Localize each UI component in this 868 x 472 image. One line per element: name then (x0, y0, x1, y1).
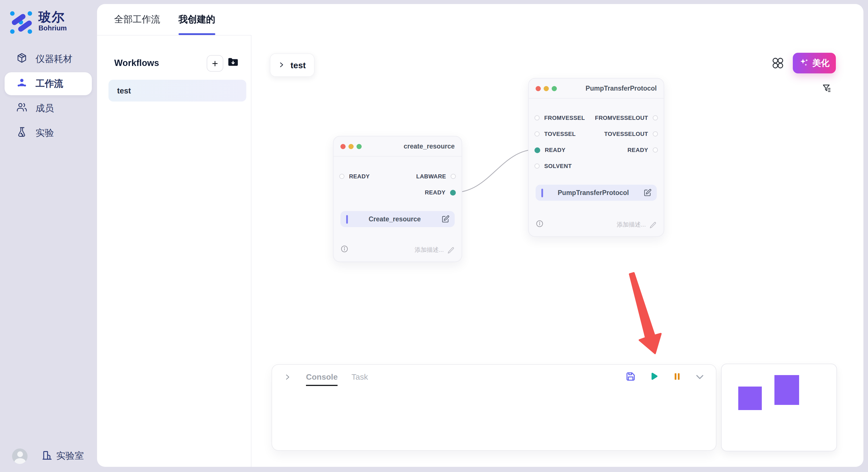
tab-0[interactable]: 全部工作流 (114, 4, 160, 35)
port-dot[interactable] (653, 115, 658, 121)
workspace-tabbar: 全部工作流我创建的 (97, 4, 863, 36)
filter-icon[interactable] (822, 83, 832, 96)
workflow-list-title: Workflows (114, 58, 159, 68)
user-avatar[interactable] (12, 448, 28, 464)
collapse-chevron-icon[interactable] (694, 371, 705, 382)
traffic-light-0 (340, 144, 346, 149)
traffic-light-0 (536, 86, 541, 91)
minimap-node-rect (738, 386, 762, 410)
workflow-icon (16, 77, 28, 91)
pencil-icon[interactable] (649, 221, 657, 229)
port-label: READY (627, 147, 648, 153)
sparkles-icon (799, 57, 809, 69)
brand-logo: 玻尔 Bohrium (8, 9, 67, 38)
node-footer: 添加描述... (340, 245, 455, 255)
port-row: READY (529, 146, 663, 154)
sidebar-item-label: 成员 (36, 102, 54, 114)
node-header: create_resource (334, 136, 462, 157)
port-row: LABWARE (334, 172, 462, 180)
sidebar-item-label: 实验 (36, 127, 54, 139)
port-dot[interactable] (534, 164, 539, 169)
breadcrumb-label: test (290, 60, 306, 70)
sidebar-item-2[interactable]: 成员 (5, 97, 92, 120)
members-icon (16, 102, 28, 115)
add-workflow-button[interactable]: + (207, 55, 223, 72)
flow-node-create_resource[interactable]: create_resourceREADYLABWAREREADYCreate_r… (333, 136, 462, 262)
import-folder-button[interactable] (225, 55, 241, 71)
traffic-light-2 (552, 86, 557, 91)
minimap[interactable] (721, 364, 837, 451)
run-icon[interactable] (649, 371, 660, 382)
traffic-light-2 (356, 144, 362, 149)
console-panel: Console Task (272, 364, 716, 451)
main-panel: 全部工作流我创建的 Workflows + test (97, 4, 863, 467)
flow-node-PumpTransferProtocol[interactable]: PumpTransferProtocolFROMVESSELTOVESSELRE… (528, 78, 664, 237)
tab-1[interactable]: 我创建的 (179, 4, 215, 35)
port-row: READY (334, 189, 462, 196)
pause-icon[interactable] (672, 372, 682, 381)
port-dot[interactable] (653, 131, 658, 136)
node-edge[interactable] (454, 149, 537, 193)
info-icon[interactable] (340, 245, 348, 255)
minimap-node-rect (774, 375, 799, 405)
breadcrumb[interactable]: test (270, 53, 315, 77)
flow-canvas[interactable]: test create_resourceREADYLABWAREREADYCre… (251, 35, 863, 467)
beautify-button[interactable]: 美化 (793, 53, 836, 73)
node-action-button[interactable]: PumpTransferProtocol (536, 185, 657, 201)
workflow-list-item[interactable]: test (108, 80, 246, 102)
node-action-label: Create_resource (348, 216, 441, 223)
folder-download-icon (226, 55, 239, 70)
experiment-icon (16, 126, 28, 140)
chevron-right-icon (278, 60, 285, 70)
node-title: PumpTransferProtocol (586, 85, 657, 92)
edit-icon[interactable] (441, 215, 450, 223)
console-expand-icon[interactable] (284, 373, 291, 385)
node-header: PumpTransferProtocol (529, 78, 663, 99)
node-title: create_resource (404, 143, 455, 150)
red-annotation-arrow (630, 273, 661, 353)
workflow-list-panel: Workflows + test (97, 35, 251, 467)
port-row: SOLVENT (529, 162, 663, 170)
sidebar-item-3[interactable]: 实验 (5, 122, 92, 144)
sidebar-nav: 仪器耗材工作流成员实验 (5, 47, 92, 146)
sidebar-item-1[interactable]: 工作流 (5, 72, 92, 95)
beautify-label: 美化 (812, 58, 830, 69)
sidebar-footer: 实验室 (12, 448, 84, 464)
console-actions (625, 371, 705, 382)
task-tab[interactable]: Task (351, 372, 368, 386)
description-placeholder: 添加描述... (414, 246, 444, 254)
brand-name-cn: 玻尔 (38, 10, 67, 24)
traffic-light-1 (544, 86, 549, 91)
info-icon[interactable] (536, 220, 544, 230)
port-row: FROMVESSELOUT (529, 114, 663, 122)
description-placeholder: 添加描述... (617, 221, 646, 229)
console-tab[interactable]: Console (306, 372, 338, 386)
node-action-button[interactable]: Create_resource (340, 211, 455, 227)
pencil-icon[interactable] (447, 246, 455, 254)
app-root: 玻尔 Bohrium 仪器耗材工作流成员实验 实验室 全部工作流我创建的 (0, 0, 868, 472)
package-icon (16, 52, 28, 66)
sidebar-item-label: 工作流 (36, 78, 63, 90)
console-tabs: Console Task (284, 372, 368, 386)
port-label: SOLVENT (544, 163, 572, 169)
building-icon (41, 449, 53, 463)
auto-layout-icon[interactable] (772, 57, 784, 72)
port-dot[interactable] (653, 147, 658, 153)
lab-label: 实验室 (56, 450, 84, 462)
port-label: TOVESSELOUT (604, 131, 648, 137)
port-row: TOVESSELOUT (529, 130, 663, 138)
sidebar-item-0[interactable]: 仪器耗材 (5, 47, 92, 71)
edit-icon[interactable] (644, 189, 652, 197)
bohrium-logo-icon (8, 9, 34, 38)
port-label: LABWARE (416, 173, 446, 179)
port-dot[interactable] (451, 173, 456, 179)
traffic-light-1 (348, 144, 353, 149)
node-footer: 添加描述... (536, 220, 657, 230)
save-icon[interactable] (625, 371, 636, 382)
sidebar-item-label: 仪器耗材 (36, 53, 72, 65)
port-dot[interactable] (450, 190, 456, 195)
port-label: READY (425, 189, 445, 196)
lab-switcher[interactable]: 实验室 (41, 449, 84, 463)
port-label: FROMVESSELOUT (595, 115, 648, 121)
brand-name-en: Bohrium (38, 25, 67, 32)
